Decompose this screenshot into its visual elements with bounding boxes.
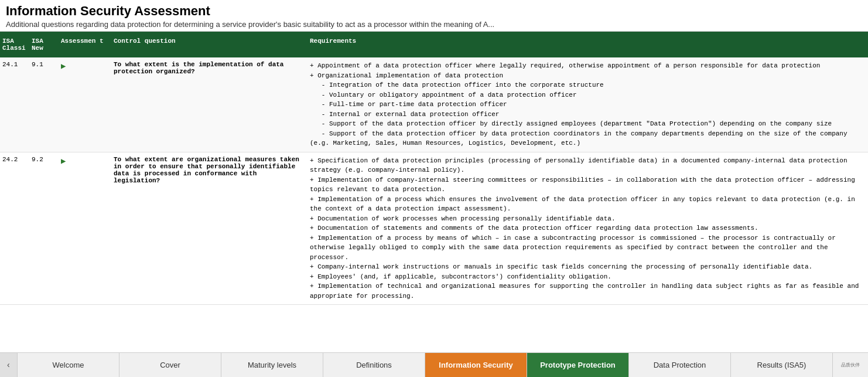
nav-tab-data-protection[interactable]: Data Protection [629, 353, 731, 377]
nav-tab-prototype[interactable]: Prototype Protection [527, 353, 629, 377]
cell-requirements: + Appointment of a data protection offic… [307, 57, 868, 152]
page-subtitle: Additional questions regarding data prot… [6, 20, 862, 29]
table-header: ISA Classi ISA New Assessmen t Control q… [0, 32, 868, 57]
col-header-isa-new: ISA New [29, 34, 59, 55]
table-row: 24.29.2▶To what extent are organizationa… [0, 152, 868, 305]
col-header-assessment: Assessmen t [59, 34, 111, 55]
nav-tab-info-security[interactable]: Information Security [425, 353, 527, 377]
bottom-navigation: ‹ WelcomeCoverMaturity levelsDefinitions… [0, 352, 868, 377]
logo-area: 品质伙伴 [833, 353, 868, 377]
cell-isa-classi: 24.2 [0, 152, 29, 305]
cell-isa-classi: 24.1 [0, 57, 29, 152]
nav-tab-welcome[interactable]: Welcome [18, 353, 119, 377]
cell-assessment: ▶ [59, 57, 111, 152]
page-title: Information Security Assessment [6, 4, 862, 19]
cell-requirements: + Specification of data protection princ… [307, 152, 868, 305]
page-header: Information Security Assessment Addition… [0, 0, 868, 32]
green-flag-icon: ▶ [61, 157, 66, 166]
col-header-requirements: Requirements [307, 34, 868, 55]
cell-isa-new: 9.1 [29, 57, 59, 152]
green-flag-icon: ▶ [61, 62, 66, 71]
nav-tab-maturity[interactable]: Maturity levels [221, 353, 323, 377]
cell-isa-new: 9.2 [29, 152, 59, 305]
col-header-control: Control question [111, 34, 307, 55]
table-body: 24.19.1▶To what extent is the implementa… [0, 57, 868, 354]
nav-tab-definitions[interactable]: Definitions [323, 353, 425, 377]
table-row: 24.19.1▶To what extent is the implementa… [0, 57, 868, 152]
prev-arrow[interactable]: ‹ [0, 353, 18, 377]
col-header-isa-classi: ISA Classi [0, 34, 29, 55]
nav-tab-cover[interactable]: Cover [119, 353, 221, 377]
cell-assessment: ▶ [59, 152, 111, 305]
nav-tab-results[interactable]: Results (ISA5) [731, 353, 833, 377]
cell-control-question: To what extent are organizational measur… [111, 152, 307, 305]
cell-control-question: To what extent is the implementation of … [111, 57, 307, 152]
